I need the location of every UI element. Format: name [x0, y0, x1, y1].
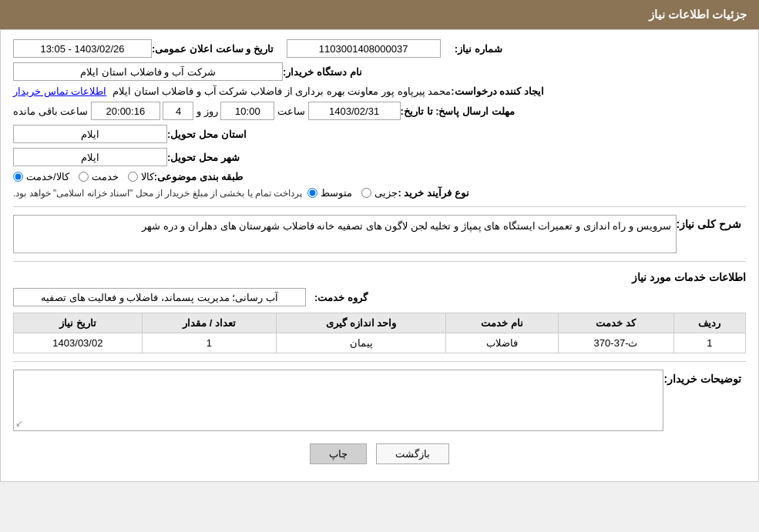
- col-unit: واحد اندازه گیری: [277, 313, 446, 333]
- table-cell: 1403/03/02: [14, 333, 143, 353]
- purchase-note: پرداخت تمام یا بخشی از مبلغ خریدار از مح…: [13, 188, 302, 199]
- purchase-jozii-label: جزیی: [374, 187, 398, 199]
- page-header: جزئیات اطلاعات نیاز: [0, 0, 759, 29]
- province-row: استان محل تحویل: ایلام: [13, 125, 746, 143]
- divider-2: [13, 261, 746, 262]
- description-row: شرح کلی نیاز: سرویس و راه اندازی و تعمیر…: [13, 215, 746, 253]
- category-option-kala[interactable]: کالا: [128, 171, 154, 182]
- department-label: نام دستگاه خریدار:: [283, 66, 362, 78]
- deadline-days-value: 4: [163, 102, 193, 120]
- purchase-radio-motavaset[interactable]: [307, 188, 317, 198]
- city-row: شهر محل تحویل: ایلام: [13, 148, 746, 166]
- buyer-comment-box: ↙: [13, 370, 663, 431]
- category-kala-label: کالا: [141, 171, 154, 182]
- request-number-label: شماره نیاز:: [441, 43, 502, 55]
- department-value: شرکت آب و فاضلاب استان ایلام: [13, 62, 283, 81]
- services-section-title: اطلاعات خدمات مورد نیاز: [13, 271, 746, 283]
- deadline-time-value: 10:00: [220, 102, 274, 120]
- description-value: سرویس و راه اندازی و تعمیرات ایستگاه های…: [13, 215, 677, 253]
- col-qty: تعداد / مقدار: [142, 313, 276, 333]
- service-group-row: گروه خدمت: آب رسانی؛ مدیریت پسماند، فاضل…: [13, 288, 746, 306]
- service-group-label: گروه خدمت:: [306, 292, 368, 303]
- description-label: شرح کلی نیاز:: [677, 218, 741, 230]
- table-cell: 1: [142, 333, 276, 353]
- col-name: نام خدمت: [446, 313, 559, 333]
- city-label: شهر محل تحویل:: [167, 152, 240, 163]
- purchase-type-row: نوع فرآیند خرید : جزیی متوسط پرداخت تمام…: [13, 187, 746, 199]
- deadline-time-label: ساعت: [277, 105, 305, 117]
- category-label: طبقه بندی موضوعی:: [154, 171, 243, 182]
- resize-icon: ↙: [15, 418, 23, 429]
- category-radio-kala-khedmat[interactable]: [13, 172, 23, 182]
- date-value: 1403/02/26 - 13:05: [13, 39, 152, 58]
- category-kala-khedmat-label: کالا/خدمت: [26, 171, 69, 182]
- col-date: تاریخ نیاز: [14, 313, 143, 333]
- purchase-option-jozii[interactable]: جزیی: [361, 187, 398, 199]
- category-radio-kala[interactable]: [128, 172, 138, 182]
- category-radio-khedmat[interactable]: [79, 172, 89, 182]
- table-cell: ث-37-370: [558, 333, 673, 353]
- col-code: کد خدمت: [558, 313, 673, 333]
- table-cell: پیمان: [277, 333, 446, 353]
- print-button[interactable]: چاپ: [310, 443, 367, 464]
- deadline-label: مهلت ارسال پاسخ: تا تاریخ:: [401, 105, 515, 117]
- service-group-value: آب رسانی؛ مدیریت پسماند، فاضلاب و فعالیت…: [13, 288, 306, 306]
- contact-link[interactable]: اطلاعات تماس خریدار: [13, 85, 106, 97]
- category-row: طبقه بندی موضوعی: کالا خدمت کالا/خدمت: [13, 171, 746, 182]
- deadline-date-value: 1403/02/31: [308, 102, 401, 120]
- purchase-type-label: نوع فرآیند خرید :: [398, 187, 468, 199]
- table-row: 1ث-37-370فاضلابپیمان11403/03/02: [14, 333, 746, 353]
- category-option-khedmat[interactable]: خدمت: [79, 171, 119, 182]
- purchase-radio-group: جزیی متوسط: [307, 187, 398, 199]
- table-cell: 1: [673, 333, 745, 353]
- category-radio-group: کالا خدمت کالا/خدمت: [13, 171, 154, 182]
- creator-label: ایجاد کننده درخواست:: [451, 85, 544, 97]
- deadline-remaining-value: 20:00:16: [91, 102, 160, 120]
- back-button[interactable]: بازگشت: [376, 443, 449, 464]
- category-option-kala-khedmat[interactable]: کالا/خدمت: [13, 171, 69, 182]
- services-table: ردیف کد خدمت نام خدمت واحد اندازه گیری ت…: [13, 313, 746, 353]
- buyer-comment-row: توضیحات خریدار: ↙: [13, 370, 746, 431]
- purchase-motavaset-label: متوسط: [321, 187, 352, 199]
- deadline-days-label: روز و: [196, 105, 218, 117]
- province-value: ایلام: [13, 125, 167, 143]
- purchase-option-motavaset[interactable]: متوسط: [307, 187, 352, 199]
- department-row: نام دستگاه خریدار: شرکت آب و فاضلاب استا…: [13, 62, 746, 81]
- button-bar: بازگشت چاپ: [13, 443, 746, 464]
- request-number-row: شماره نیاز: 1103001408000037 تاریخ و ساع…: [13, 39, 746, 58]
- deadline-remaining-label: ساعت باقی مانده: [13, 105, 88, 117]
- city-value: ایلام: [13, 148, 167, 166]
- date-label: تاریخ و ساعت اعلان عمومی:: [152, 43, 274, 55]
- category-khedmat-label: خدمت: [92, 171, 119, 182]
- creator-value: محمد پیرپاوه پور معاونت بهره برداری از ف…: [113, 85, 451, 97]
- divider-1: [13, 206, 746, 207]
- purchase-radio-jozii[interactable]: [361, 188, 371, 198]
- table-header-row: ردیف کد خدمت نام خدمت واحد اندازه گیری ت…: [14, 313, 746, 333]
- table-cell: فاضلاب: [446, 333, 559, 353]
- page-title: جزئیات اطلاعات نیاز: [649, 8, 747, 21]
- col-radif: ردیف: [673, 313, 745, 333]
- buyer-comment-label: توضیحات خریدار:: [663, 373, 741, 385]
- creator-row: ایجاد کننده درخواست: محمد پیرپاوه پور مع…: [13, 85, 746, 97]
- province-label: استان محل تحویل:: [167, 129, 247, 140]
- deadline-row: مهلت ارسال پاسخ: تا تاریخ: 1403/02/31 سا…: [13, 102, 746, 120]
- request-number-value: 1103001408000037: [287, 39, 441, 58]
- divider-3: [13, 361, 746, 362]
